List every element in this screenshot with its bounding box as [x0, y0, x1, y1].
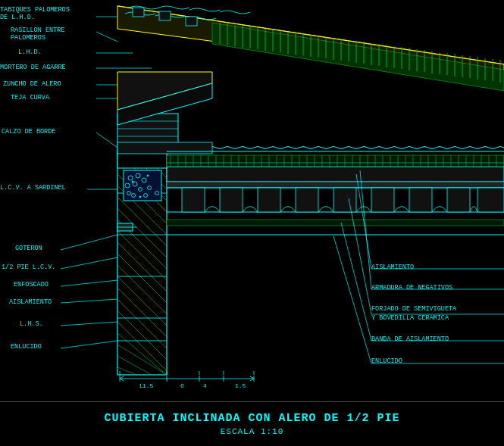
label-teja-curva: TEJA CURVA — [11, 94, 49, 101]
label-dim-1-5: 1.5 — [235, 382, 246, 389]
label-aislamiento-left: AISLAMIENTO — [9, 298, 52, 306]
label-armadura: ARMADURA DE NEGATIVOS — [371, 284, 452, 292]
main-container: TABIQUES PALOMEROS DE L.H.D. RASILLON EN… — [0, 0, 504, 446]
label-enlucido-right: ENLUCIDO — [371, 357, 402, 365]
svg-rect-206 — [159, 11, 171, 20]
svg-rect-76 — [167, 167, 504, 182]
label-medio-pie: 1/2 PIE L.C.V. — [2, 264, 55, 271]
label-dim-11-5: 11.5 — [139, 382, 153, 389]
svg-point-105 — [139, 196, 141, 198]
svg-rect-89 — [477, 188, 504, 212]
svg-rect-82 — [220, 188, 243, 212]
svg-rect-88 — [447, 188, 470, 212]
label-forjado: FORJADO DE SEMIVIGUETA — [371, 305, 456, 313]
svg-point-103 — [132, 181, 133, 182]
svg-rect-106 — [167, 155, 504, 167]
svg-rect-77 — [167, 182, 504, 188]
label-enlucido-left: ENLUCIDO — [11, 343, 42, 351]
label-enfoscado: ENFOSCADO — [14, 281, 49, 288]
title-area: CUBIERTA INCLINADA CON ALERO DE 1/2 PIE … — [0, 401, 504, 446]
label-aislamiento-right: AISLAMIENTO — [371, 264, 414, 271]
label-calzo-de-borde: CALZO DE BORDE — [2, 128, 55, 136]
label-y-bovedilla: Y BOVEDILLA CERAMICA — [371, 314, 449, 322]
label-de-lhd: DE L.H.D. — [0, 14, 35, 21]
drawing-title: CUBIERTA INCLINADA CON ALERO DE 1/2 PIE — [104, 412, 399, 425]
label-palomeros: PALOMEROS — [11, 34, 45, 42]
label-banda: BANDA DE AISLAMIENTO — [371, 335, 449, 343]
svg-rect-83 — [258, 188, 280, 212]
svg-rect-84 — [296, 188, 318, 212]
svg-point-104 — [147, 175, 149, 176]
svg-rect-153 — [167, 220, 504, 226]
svg-rect-207 — [186, 17, 197, 26]
svg-rect-205 — [133, 8, 144, 17]
label-tabiques-palomeros: TABIQUES PALOMEROS — [0, 6, 70, 14]
label-lcv-sardinel: L.C.V. A SARDINEL — [0, 184, 66, 192]
label-dim-6: 6 — [180, 382, 184, 389]
svg-rect-81 — [182, 188, 205, 212]
svg-rect-202 — [117, 142, 212, 154]
drawing-scale: ESCALA 1:10 — [221, 427, 284, 436]
label-rasillon: RASILLON ENTRE — [11, 27, 64, 34]
label-lhd: L.H.D. — [18, 48, 42, 56]
svg-rect-86 — [371, 188, 394, 212]
label-dim-4: 4 — [203, 382, 207, 389]
label-mortero: MORTERO DE AGARRE — [0, 64, 66, 71]
svg-rect-85 — [333, 188, 356, 212]
svg-rect-91 — [124, 170, 161, 201]
svg-rect-87 — [409, 188, 432, 212]
label-goteron: GOTERON — [15, 245, 42, 252]
drawing-area: TABIQUES PALOMEROS DE L.H.D. RASILLON EN… — [0, 0, 504, 401]
label-lhs: L.H.S. — [20, 320, 43, 328]
label-zuncho: ZUNCHO DE ALERO — [3, 80, 61, 88]
